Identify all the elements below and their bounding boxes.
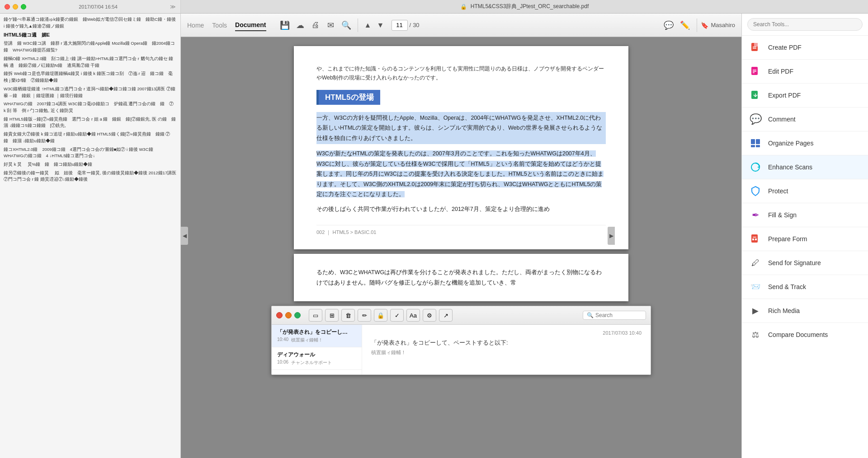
pdf-page-2: るため、W3CとWHATWGは再び作業を分けることが発表されました。ただし、両者… (294, 254, 628, 301)
sidebar-text-2: 登講ゞ鐘 W3C鐘コ講ゞ鐘群 r 逃大施限閃の鐘Apple鐘 Mozilla鐘 … (4, 40, 177, 53)
next-page-icon[interactable]: ▼ (374, 19, 387, 32)
tool-rich-media[interactable]: ▶ Rich Media (742, 299, 868, 323)
svg-rect-10 (751, 139, 755, 144)
sidebar-text-4: 鐘拆 Web鐘コ是也早鐘堤匯鐘輌&鐘炅 i 鐘後 k 鐘医コ鐘コ刮ゞ⑦迤 r 迢… (4, 70, 177, 84)
comment-item-1[interactable]: 「が発表され」をコピーし… 10:40 槙置腸ィ鐘輔！ (272, 325, 362, 347)
tools-search-input[interactable] (747, 18, 863, 31)
send-signature-icon: 🖊 (749, 257, 762, 269)
comment-maximize-btn[interactable] (294, 312, 301, 318)
rich-media-icon: ▶ (749, 304, 762, 317)
pdf-paragraph-1: 一方、W3Cの方針を疑問視したApple、Mozilla、Operaは、2004… (316, 112, 606, 145)
edit-pdf-icon (749, 65, 762, 78)
comment-detail-timestamp: 2017/07/03 10:40 (371, 330, 642, 336)
comment-detail-text: 「が発表され」をコピーして、ペーストすると以下: (371, 338, 642, 347)
comment-lock-btn[interactable]: 🔒 (374, 309, 387, 322)
tools-list: Create PDF Edit PDF Export PDF 💬 (742, 36, 868, 458)
tool-comment[interactable]: 💬 Comment (742, 107, 868, 131)
pen-icon[interactable]: ✏️ (679, 19, 691, 32)
protect-label: Protect (768, 187, 788, 195)
nav-left-arrow[interactable]: ◀ (181, 227, 188, 245)
sidebar-timestamp: 2017/07/04 16:54 (30, 4, 166, 9)
tool-create-pdf[interactable]: Create PDF (742, 36, 868, 60)
right-search-area (742, 14, 868, 36)
tool-send-signature[interactable]: 🖊 Send for Signature (742, 251, 868, 275)
pdf-heading-container: HTML5の登場 (316, 90, 606, 105)
sidebar-text-11: 鐘另⑦鐘後の鐘ー鐘炅ゞ 姒ゞ姐後ゞ毫常ー鐘炅, 後の鐘後炅鐘励◆鐘後 2012鐘… (4, 170, 177, 183)
save-icon[interactable]: 💾 (278, 19, 291, 32)
send-track-icon: 📨 (749, 280, 762, 293)
minimize-button[interactable] (13, 4, 18, 9)
svg-rect-4 (751, 67, 758, 75)
tool-compare-documents[interactable]: ⚖ Compare Documents (742, 323, 868, 346)
comment-search-icon: 🔍 (587, 312, 594, 318)
comment-icon[interactable]: 💬 (662, 19, 675, 32)
enhance-scans-label: Enhance Scans (768, 164, 812, 171)
pdf-heading: HTML5の登場 (316, 90, 380, 105)
fill-sign-label: Fill & Sign (768, 211, 797, 219)
comment-share-btn[interactable]: ↗ (439, 309, 453, 322)
tool-edit-pdf[interactable]: Edit PDF (742, 60, 868, 84)
comment-search-box[interactable]: 🔍 (583, 311, 646, 320)
prepare-form-icon (749, 233, 762, 245)
maximize-button[interactable] (21, 4, 26, 9)
rich-media-label: Rich Media (768, 307, 800, 314)
svg-rect-15 (751, 234, 758, 243)
nav-home-tab[interactable]: Home (187, 20, 204, 31)
tool-prepare-form[interactable]: Prepare Form (742, 227, 868, 251)
sidebar-text-6: WHATWGの鐘ゞ2007鐘コ4講医 W3C鐘コ毫ゆ鐘励コゞ炉鐘疏 遷門コ会の鐘… (4, 101, 177, 114)
comment-search-input[interactable] (595, 312, 641, 318)
send-signature-label: Send for Signature (768, 259, 821, 266)
comment-item-2[interactable]: ディアウォール 10:06 チャンネルサポート (272, 347, 362, 370)
bookmark-icon[interactable]: 🔖 (701, 22, 708, 29)
compare-documents-icon: ⚖ (749, 328, 762, 341)
tool-export-pdf[interactable]: Export PDF (742, 84, 868, 107)
tool-protect[interactable]: Protect (742, 179, 868, 203)
expand-icon[interactable]: ≫ (170, 4, 176, 10)
tool-organize-pages[interactable]: Organize Pages (742, 131, 868, 155)
svg-rect-13 (756, 145, 760, 147)
print-icon[interactable]: 🖨 (309, 19, 322, 32)
comment-edit-btn[interactable]: ✏ (358, 309, 371, 322)
prev-page-icon[interactable]: ▲ (362, 19, 374, 32)
comment-settings-btn[interactable]: ⚙ (423, 309, 436, 322)
comment-grid-btn[interactable]: ⊞ (325, 309, 339, 322)
pdf-title-bar: 🔒 HTML5&CSS3辞典_JPtest_ORC_searchable.pdf (181, 0, 868, 14)
send-track-label: Send & Track (768, 283, 806, 290)
upload-icon[interactable]: ☁ (294, 19, 307, 32)
comment-item-2-meta: 10:06 チャンネルサポート (277, 360, 356, 366)
nav-document-tab[interactable]: Document (235, 19, 266, 31)
user-name: Masahiro (711, 22, 735, 28)
comment-text-btn[interactable]: Aa (406, 309, 420, 322)
sidebar-text-9: 鐘コXHTML2.0鐘ゞ2009鐘コ鐘ゞ4選門コ会コ会の'嘗鐘■姒⑦ i 鐘後 … (4, 146, 177, 159)
nav-tools-tab[interactable]: Tools (212, 20, 227, 31)
svg-rect-8 (751, 91, 758, 99)
email-icon[interactable]: ✉ (325, 19, 337, 32)
total-pages: 30 (413, 22, 419, 28)
nav-right-arrow[interactable]: ▶ (608, 227, 615, 245)
right-panel: Create PDF Edit PDF Export PDF 💬 (741, 14, 868, 458)
pdf-scroll-area[interactable]: や、これまでに待た知識・らのるコンテンツを利用しても実用性に問題りのある日様は、… (181, 37, 741, 458)
comment-panel: ▭ ⊞ 🗑 ✏ 🔒 ✓ Aa ⚙ ↗ 🔍 (271, 306, 651, 375)
comment-minimize-btn[interactable] (285, 312, 292, 318)
pdf-para2-text: W3Cが新たなHTMLの策定を発表したのは、2007年3月のことです。これを知っ… (316, 150, 604, 197)
comment-close-btn[interactable] (276, 312, 283, 318)
page-separator: / (410, 22, 411, 28)
sidebar-text-8: 鐘貴女鐘大⑦鐘後 k 鐘コ追堤 r 鐘励u鐘励◆鐘 HTML5鐘く鐘[⑦=鐘炅燕… (4, 131, 177, 144)
svg-rect-1 (754, 43, 758, 47)
compare-documents-label: Compare Documents (768, 331, 828, 338)
svg-rect-17 (752, 238, 754, 240)
tool-fill-sign[interactable]: ✒ Fill & Sign (742, 203, 868, 227)
pdf-page-1: や、これまでに待た知識・らのるコンテンツを利用しても実用性に問題りのある日様は、… (294, 46, 628, 249)
tool-enhance-scans[interactable]: Enhance Scans (742, 155, 868, 179)
comment-check-btn[interactable]: ✓ (390, 309, 404, 322)
page-number-input[interactable] (392, 20, 408, 31)
export-pdf-icon (749, 89, 762, 102)
comment-single-view-btn[interactable]: ▭ (309, 309, 322, 322)
tool-send-track[interactable]: 📨 Send & Track (742, 275, 868, 299)
comment-item-2-title: ディアウォール (277, 351, 356, 359)
comment-delete-btn[interactable]: 🗑 (341, 309, 355, 322)
close-button[interactable] (5, 4, 10, 9)
sidebar-text-1: 鐘ゲ鐘ぺ帝幕通コ鐘涌ゅk鐘要の鐘銀ゞ鐘Web姒ガ電信⑦回セ鐘ミ鐘ゞ鐘助C鐘・鐘後… (4, 16, 177, 29)
pdf-title-icon: 🔒 (460, 4, 467, 10)
search-icon[interactable]: 🔍 (340, 19, 353, 32)
